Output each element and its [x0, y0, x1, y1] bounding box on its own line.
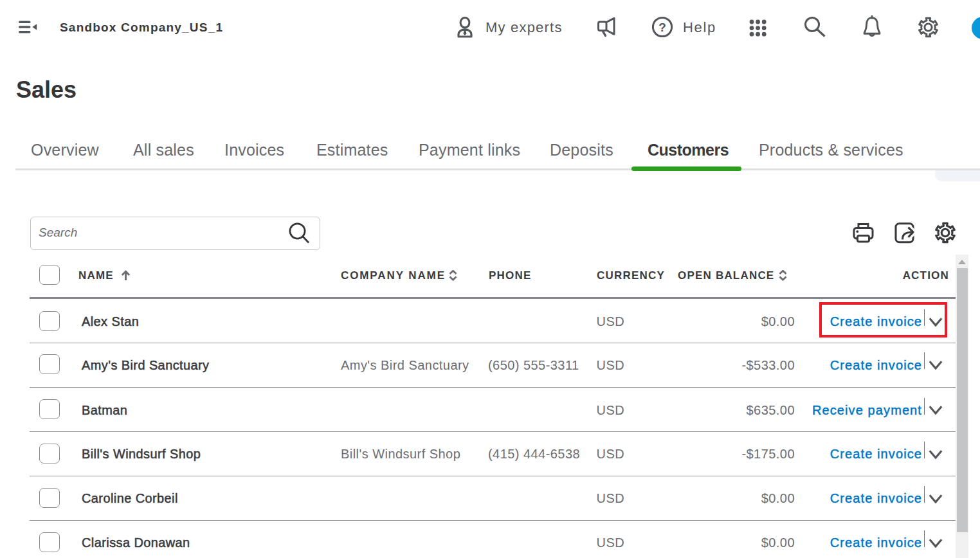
svg-text:?: ?: [658, 21, 666, 34]
